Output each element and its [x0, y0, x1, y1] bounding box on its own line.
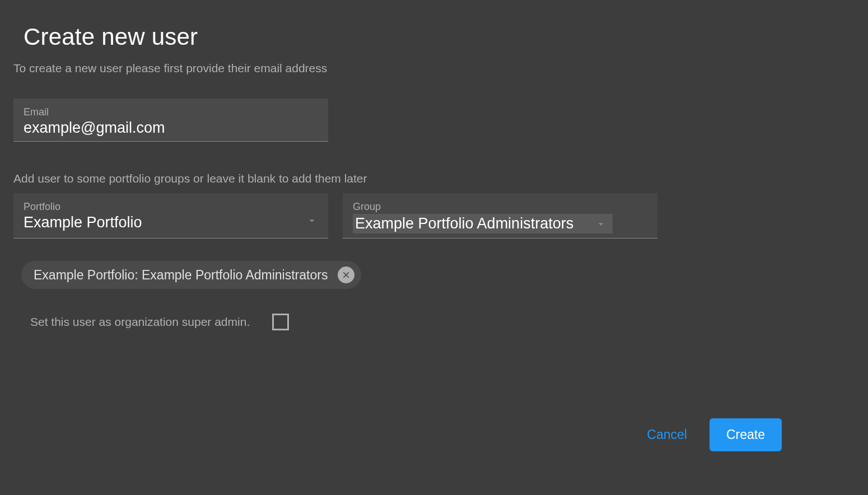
chevron-down-icon [306, 214, 318, 227]
assigned-group-chip: Example Portfolio: Example Portfolio Adm… [21, 261, 361, 289]
email-field-wrapper[interactable]: Email [13, 99, 328, 142]
chevron-down-icon [595, 218, 607, 230]
group-value: Example Portfolio Administrators [355, 215, 590, 232]
group-select[interactable]: Group Example Portfolio Administrators [343, 193, 657, 239]
create-button[interactable]: Create [710, 418, 782, 451]
group-label: Group [353, 201, 647, 213]
super-admin-checkbox[interactable] [272, 314, 289, 330]
cancel-button[interactable]: Cancel [641, 418, 693, 451]
create-user-dialog: Create new user To create a new user ple… [0, 0, 795, 465]
email-input[interactable] [24, 119, 318, 137]
portfolio-select[interactable]: Portfolio Example Portfolio [13, 193, 328, 239]
portfolio-label: Portfolio [24, 201, 318, 213]
chip-remove-button[interactable] [338, 267, 354, 283]
groups-subtitle: Add user to some portfolio groups or lea… [13, 172, 782, 185]
email-label: Email [24, 106, 318, 118]
dialog-title: Create new user [24, 24, 782, 50]
close-icon [341, 270, 351, 280]
dialog-subtitle: To create a new user please first provid… [13, 62, 782, 75]
chip-label: Example Portfolio: Example Portfolio Adm… [34, 268, 328, 283]
portfolio-value: Example Portfolio [24, 214, 318, 231]
super-admin-label: Set this user as organization super admi… [30, 315, 250, 329]
